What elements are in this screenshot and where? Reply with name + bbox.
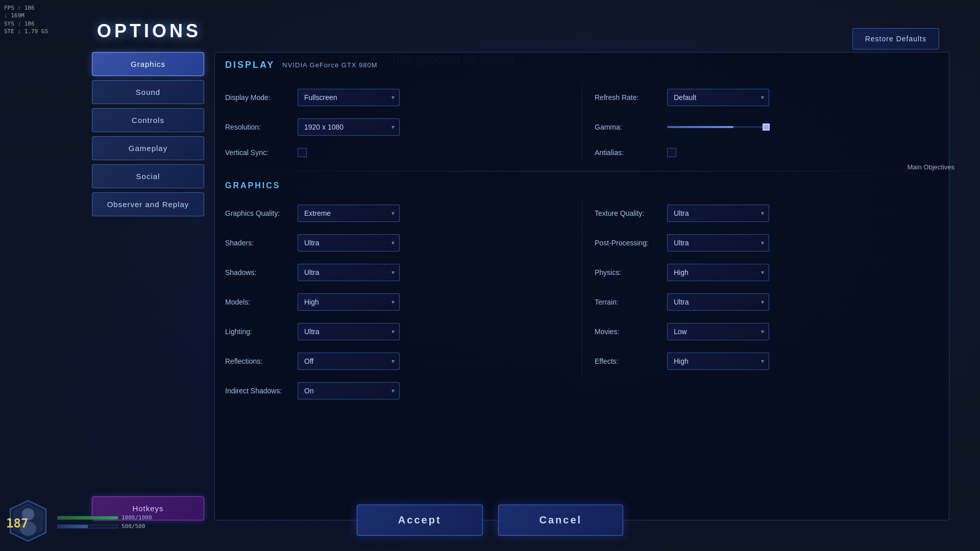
lighting-control: Ultra High Medium Low [298, 323, 574, 340]
effects-select[interactable]: Ultra High Medium Low [667, 353, 769, 370]
shaders-row: Shaders: Ultra High Medium Low [225, 228, 582, 258]
terrain-select[interactable]: Ultra High Medium Low [667, 293, 769, 311]
indirect-shadows-select[interactable]: On Off [298, 382, 400, 399]
lighting-dropdown-wrapper: Ultra High Medium Low [298, 323, 400, 340]
sidebar-item-sound[interactable]: Sound [92, 80, 204, 104]
models-row: Models: Ultra High Medium Low [225, 287, 582, 317]
display-mode-select[interactable]: Fullscreen Windowed Borderless [298, 89, 400, 106]
gamma-slider[interactable] [667, 126, 769, 128]
content-area: DISPLAY NVIDIA GeForce GTX 980M Display … [214, 52, 949, 520]
gamma-row: Gamma: [582, 112, 939, 142]
display-mode-dropdown-wrapper: Fullscreen Windowed Borderless [298, 89, 400, 106]
shadows-dropdown-wrapper: Ultra High Medium Low Off [298, 264, 400, 281]
display-label: DISPLAY [225, 60, 275, 70]
options-panel: OPTIONS Graphics Sound Controls Gameplay… [92, 20, 949, 520]
resolution-label: Resolution: [225, 123, 291, 131]
shadows-control: Ultra High Medium Low Off [298, 264, 574, 281]
display-mode-label: Display Mode: [225, 93, 291, 102]
vsync-label: Vertical Sync: [225, 148, 291, 157]
shaders-label: Shaders: [225, 239, 291, 247]
texture-quality-row: Texture Quality: Ultra High Medium Low [582, 198, 939, 228]
graphics-quality-row: Graphics Quality: Extreme Ultra High Med… [225, 198, 582, 228]
sidebar-item-graphics[interactable]: Graphics [92, 52, 204, 76]
resolution-dropdown-wrapper: 980 x 551 2560 x 1440 1280 x 720 [298, 118, 400, 136]
sidebar-spacer [92, 220, 204, 492]
terrain-dropdown-wrapper: Ultra High Medium Low [667, 293, 769, 311]
texture-quality-select[interactable]: Ultra High Medium Low [667, 205, 769, 222]
movies-dropdown-wrapper: Ultra High Medium Low [667, 323, 769, 340]
health-bar: 1000/1000 [57, 514, 152, 521]
gamma-slider-wrapper [667, 126, 769, 128]
physics-select[interactable]: Ultra High Medium Low [667, 264, 769, 281]
display-mode-row: Display Mode: Fullscreen Windowed Border… [225, 83, 582, 112]
terrain-control: Ultra High Medium Low [667, 293, 939, 311]
health-bar-track [57, 516, 118, 520]
graphics-settings-grid: Graphics Quality: Extreme Ultra High Med… [215, 193, 949, 411]
display-settings-grid: Display Mode: Fullscreen Windowed Border… [215, 78, 949, 168]
shaders-control: Ultra High Medium Low [298, 234, 574, 252]
options-title: OPTIONS [92, 20, 949, 42]
graphics-quality-control: Extreme Ultra High Medium Low [298, 205, 574, 222]
graphics-section-label: GRAPHICS [215, 174, 949, 193]
shaders-dropdown-wrapper: Ultra High Medium Low [298, 234, 400, 252]
refresh-rate-dropdown-wrapper: Default 60Hz 120Hz 144Hz [667, 89, 769, 106]
effects-dropdown-wrapper: Ultra High Medium Low [667, 353, 769, 370]
health-value: 1000/1000 [121, 514, 152, 521]
models-select[interactable]: Ultra High Medium Low [298, 293, 400, 311]
health-bar-fill [58, 516, 118, 519]
sidebar-item-controls[interactable]: Controls [92, 108, 204, 132]
texture-quality-dropdown-wrapper: Ultra High Medium Low [667, 205, 769, 222]
resolution-control: 980 x 551 2560 x 1440 1280 x 720 [298, 118, 574, 136]
sidebar-item-gameplay[interactable]: Gameplay [92, 136, 204, 160]
physics-row: Physics: Ultra High Medium Low [582, 258, 939, 287]
physics-dropdown-wrapper: Ultra High Medium Low [667, 264, 769, 281]
cancel-button[interactable]: Cancel [498, 505, 624, 536]
resolution-select[interactable]: 980 x 551 2560 x 1440 1280 x 720 [298, 118, 400, 136]
sidebar-item-observer-replay[interactable]: Observer and Replay [92, 192, 204, 216]
refresh-rate-control: Default 60Hz 120Hz 144Hz [667, 89, 939, 106]
refresh-rate-select[interactable]: Default 60Hz 120Hz 144Hz [667, 89, 769, 106]
shadows-label: Shadows: [225, 268, 291, 277]
accept-button[interactable]: Accept [357, 505, 483, 536]
terrain-label: Terrain: [595, 298, 661, 306]
indirect-shadows-label: Indirect Shadows: [225, 387, 291, 395]
energy-bar-track [57, 524, 118, 529]
reflections-label: Reflections: [225, 357, 291, 365]
antialias-label: Antialias: [595, 148, 661, 157]
shaders-select[interactable]: Ultra High Medium Low [298, 234, 400, 252]
lighting-select[interactable]: Ultra High Medium Low [298, 323, 400, 340]
vsync-row: Vertical Sync: [225, 142, 582, 163]
post-processing-select[interactable]: Ultra High Medium Low [667, 234, 769, 252]
models-label: Models: [225, 298, 291, 306]
sidebar-item-social[interactable]: Social [92, 164, 204, 188]
bottom-buttons: Accept Cancel [357, 505, 623, 536]
indirect-shadows-row: Indirect Shadows: On Off [225, 376, 582, 406]
antialias-control [667, 148, 939, 157]
energy-bar: 500/500 [57, 523, 152, 530]
gamma-slider-fill [667, 126, 733, 128]
gamma-label: Gamma: [595, 123, 661, 131]
sidebar: Graphics Sound Controls Gameplay Social … [92, 52, 204, 520]
antialias-row: Antialias: [582, 142, 939, 163]
models-control: Ultra High Medium Low [298, 293, 574, 311]
gpu-info: NVIDIA GeForce GTX 980M [282, 61, 377, 69]
reflections-select[interactable]: Ultra High Medium Low Off [298, 353, 400, 370]
antialias-checkbox-wrapper [667, 148, 939, 157]
shadows-select[interactable]: Ultra High Medium Low Off [298, 264, 400, 281]
movies-row: Movies: Ultra High Medium Low [582, 317, 939, 346]
graphics-quality-select[interactable]: Extreme Ultra High Medium Low [298, 205, 400, 222]
main-objectives: Main Objectives [908, 163, 954, 171]
vsync-checkbox-wrapper [298, 148, 574, 157]
effects-row: Effects: Ultra High Medium Low [582, 346, 939, 376]
graphics-quality-dropdown-wrapper: Extreme Ultra High Medium Low [298, 205, 400, 222]
gamma-slider-thumb[interactable] [763, 123, 770, 131]
effects-control: Ultra High Medium Low [667, 353, 939, 370]
lighting-label: Lighting: [225, 328, 291, 336]
resource-bars: 1000/1000 500/500 [57, 514, 152, 530]
display-section-header: DISPLAY NVIDIA GeForce GTX 980M [215, 53, 949, 78]
section-divider-1 [225, 171, 939, 171]
movies-select[interactable]: Ultra High Medium Low [667, 323, 769, 340]
antialias-checkbox[interactable] [667, 148, 676, 157]
indirect-shadows-control: On Off [298, 382, 574, 399]
vsync-checkbox[interactable] [298, 148, 307, 157]
